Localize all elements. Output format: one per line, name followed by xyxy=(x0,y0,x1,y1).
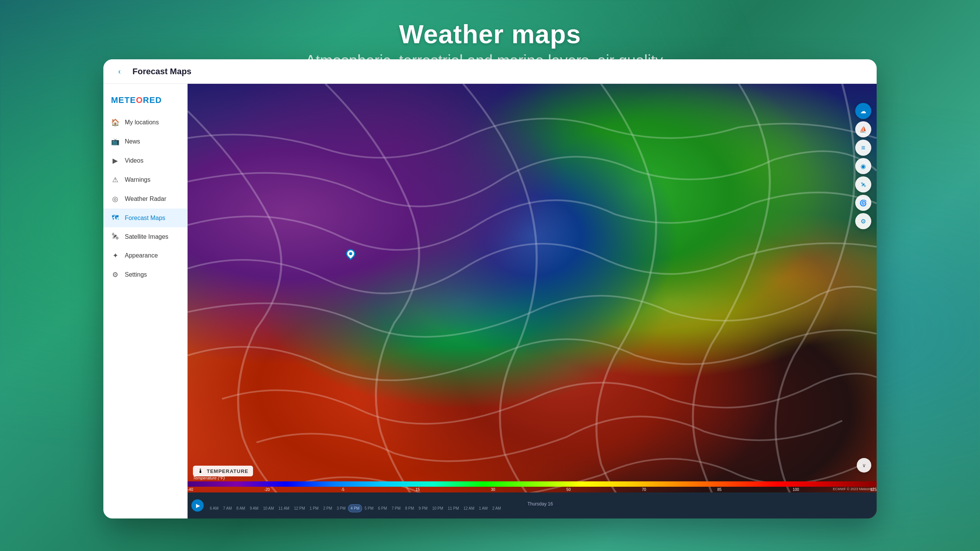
hour-12pm[interactable]: 12 PM xyxy=(292,505,307,512)
main-content: METEORED 🏠 My locations 📺 News ▶ Videos … xyxy=(103,84,877,518)
sidebar-item-weather-radar[interactable]: ◎ Weather Radar xyxy=(103,189,187,209)
toolbar-radar-btn[interactable]: ◉ xyxy=(855,158,871,174)
hour-5pm[interactable]: 5 PM xyxy=(362,505,376,512)
logo-area: METEORED xyxy=(103,91,187,113)
hour-12am[interactable]: 12 AM xyxy=(461,505,477,512)
hour-10am[interactable]: 10 AM xyxy=(261,505,276,512)
tick-7: 85 xyxy=(717,487,722,492)
back-icon: ‹ xyxy=(118,67,121,76)
satellite-icon: 🛰 xyxy=(111,233,119,241)
sidebar-item-my-locations[interactable]: 🏠 My locations xyxy=(103,113,187,132)
tick-5: 50 xyxy=(567,487,571,492)
hour-10pm[interactable]: 10 PM xyxy=(430,505,446,512)
hour-1pm[interactable]: 1 PM xyxy=(307,505,321,512)
page-title: Weather maps xyxy=(0,19,980,49)
top-bar: ‹ Forecast Maps xyxy=(103,59,877,84)
sidebar-item-settings[interactable]: ⚙ Settings xyxy=(103,265,187,284)
temperature-text: TEMPERATURE xyxy=(207,468,248,474)
settings-icon: ⚙ xyxy=(111,271,119,279)
hour-8am[interactable]: 8 AM xyxy=(234,505,248,512)
nav-label-weather-radar: Weather Radar xyxy=(125,196,166,202)
warning-icon: ⚠ xyxy=(111,176,119,184)
marine-icon: ⛵ xyxy=(859,126,867,133)
home-icon: 🏠 xyxy=(111,118,119,127)
tick-2: -5 xyxy=(341,487,345,492)
hour-6pm[interactable]: 6 PM xyxy=(376,505,389,512)
scale-label: Temperature (°F) xyxy=(188,474,877,481)
news-icon: 📺 xyxy=(111,137,119,146)
wind-lines xyxy=(188,84,877,518)
radar-icon: ◎ xyxy=(111,195,119,203)
satellite2-icon: 🛰 xyxy=(861,182,866,187)
storm-icon: 🌀 xyxy=(859,199,867,207)
weather-icon: ☁ xyxy=(860,108,866,115)
tick-1: -20 xyxy=(264,487,270,492)
hour-7pm[interactable]: 7 PM xyxy=(389,505,403,512)
logo-dot: O xyxy=(136,95,143,105)
nav-label-appearance: Appearance xyxy=(125,252,158,259)
thermometer-icon: 🌡 xyxy=(198,468,204,474)
nav-label-videos: Videos xyxy=(125,157,144,164)
hour-4pm[interactable]: 4 PM xyxy=(348,504,362,512)
right-toolbar: ☁ ⛵ ≡ ◉ 🛰 🌀 xyxy=(855,103,871,229)
sidebar-item-forecast-maps[interactable]: 🗺 Forecast Maps xyxy=(103,209,187,227)
toolbar-weather-btn[interactable]: ☁ xyxy=(855,103,871,119)
tick-4: 30 xyxy=(491,487,495,492)
hour-2pm[interactable]: 2 PM xyxy=(321,505,334,512)
tick-8: 100 xyxy=(793,487,799,492)
hour-11pm[interactable]: 11 PM xyxy=(446,505,461,512)
hour-3pm[interactable]: 3 PM xyxy=(335,505,348,512)
scale-ticks: -40 -20 -5 15 30 50 70 85 100 125 xyxy=(188,487,877,492)
sidebar-item-satellite-images[interactable]: 🛰 Satellite Images xyxy=(103,227,187,246)
layers-icon: ≡ xyxy=(861,144,866,152)
appearance-icon: ✦ xyxy=(111,251,119,260)
tick-6: 70 xyxy=(642,487,646,492)
map-area[interactable]: ☁ ⛵ ≡ ◉ 🛰 🌀 xyxy=(188,84,877,518)
nav-label-satellite-images: Satellite Images xyxy=(125,233,168,240)
sidebar-item-videos[interactable]: ▶ Videos xyxy=(103,151,187,170)
toolbar-satellite-btn[interactable]: 🛰 xyxy=(855,176,871,192)
weather-map: ☁ ⛵ ≡ ◉ 🛰 🌀 xyxy=(188,84,877,518)
radar2-icon: ◉ xyxy=(861,163,866,170)
forecast-maps-icon: 🗺 xyxy=(111,214,119,222)
timeline-day: Thursday 16 xyxy=(528,501,553,507)
temperature-scale: Temperature (°F) -40 -20 -5 15 30 50 70 … xyxy=(188,474,877,492)
sidebar-item-news[interactable]: 📺 News xyxy=(103,132,187,151)
nav-label-news: News xyxy=(125,138,140,145)
hour-6am[interactable]: 6 AM xyxy=(207,505,221,512)
hour-8pm[interactable]: 8 PM xyxy=(403,505,416,512)
hour-11am[interactable]: 11 AM xyxy=(276,505,292,512)
back-button[interactable]: ‹ xyxy=(113,65,126,78)
tick-9: 125 xyxy=(870,487,877,492)
tick-0: -40 xyxy=(188,487,193,492)
sidebar: METEORED 🏠 My locations 📺 News ▶ Videos … xyxy=(103,84,188,518)
app-window: ‹ Forecast Maps METEORED 🏠 My locations … xyxy=(103,59,877,518)
topbar-title: Forecast Maps xyxy=(132,67,191,77)
hour-9am[interactable]: 9 AM xyxy=(247,505,261,512)
toolbar-layers-btn[interactable]: ≡ xyxy=(855,140,871,156)
hour-9pm[interactable]: 9 PM xyxy=(416,505,430,512)
chevron-down-icon: ∨ xyxy=(862,462,866,468)
nav-label-forecast-maps: Forecast Maps xyxy=(125,215,165,222)
sidebar-item-appearance[interactable]: ✦ Appearance xyxy=(103,246,187,265)
scale-bar xyxy=(188,481,877,487)
toolbar-storm-btn[interactable]: 🌀 xyxy=(855,195,871,211)
video-icon: ▶ xyxy=(111,156,119,165)
nav-label-my-locations: My locations xyxy=(125,119,159,126)
play-button[interactable]: ▶ xyxy=(191,499,204,512)
hour-2am[interactable]: 2 AM xyxy=(490,505,503,512)
sidebar-item-warnings[interactable]: ⚠ Warnings xyxy=(103,170,187,189)
hour-7am[interactable]: 7 AM xyxy=(221,505,234,512)
settings2-icon: ⚙ xyxy=(861,218,866,225)
nav-label-warnings: Warnings xyxy=(125,176,150,183)
hour-1am[interactable]: 1 AM xyxy=(477,505,490,512)
logo: METEORED xyxy=(111,95,162,105)
expand-button[interactable]: ∨ xyxy=(857,458,871,473)
location-pin xyxy=(346,249,355,258)
toolbar-marine-btn[interactable]: ⛵ xyxy=(855,121,871,137)
toolbar-settings-btn[interactable]: ⚙ xyxy=(855,213,871,229)
tick-3: 15 xyxy=(416,487,420,492)
play-icon: ▶ xyxy=(196,502,200,509)
nav-label-settings: Settings xyxy=(125,271,147,278)
timeline-bar: ▶ Thursday 16 6 AM 7 AM 8 AM 9 AM 10 AM … xyxy=(188,492,877,518)
